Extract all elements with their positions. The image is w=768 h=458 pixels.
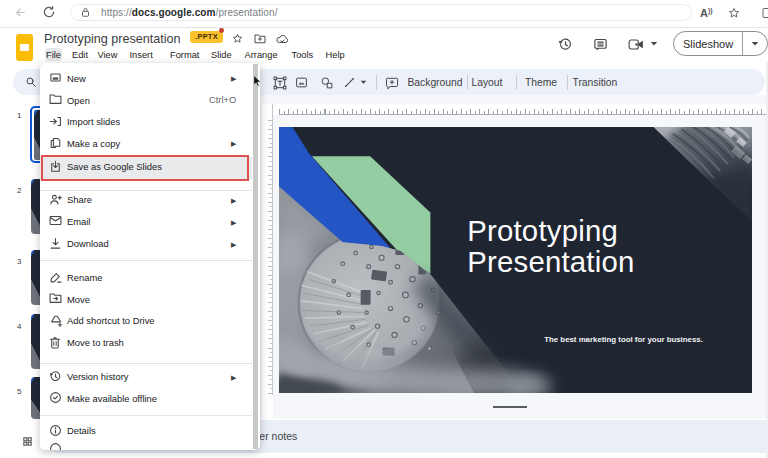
svg-text:Prototyping: Prototyping (467, 215, 618, 247)
svg-text:The best marketing tool for yo: The best marketing tool for your busines… (544, 334, 703, 343)
svg-text:Presentation: Presentation (467, 246, 634, 278)
